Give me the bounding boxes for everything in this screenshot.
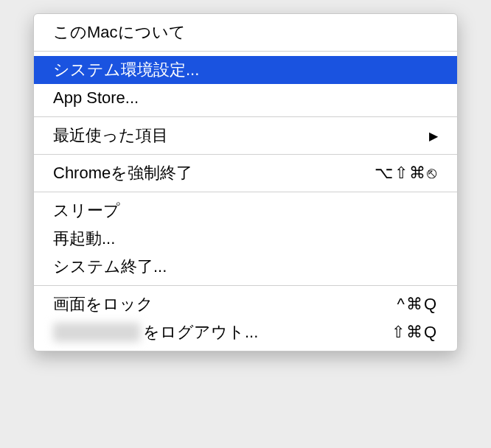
menu-separator [34,154,457,155]
menu-item-logout[interactable]: xxxxxxxxxx をログアウト... ⇧⌘Q [34,318,457,346]
menu-item-shutdown[interactable]: システム終了... [34,253,457,281]
submenu-arrow-icon: ▶ [429,129,438,143]
menu-item-label: 再起動... [53,228,115,250]
menu-item-label: システム環境設定... [53,59,199,81]
menu-item-label: システム終了... [53,256,167,278]
menu-item-restart[interactable]: 再起動... [34,225,457,253]
menu-item-sleep[interactable]: スリープ [34,197,457,225]
keyboard-shortcut: ⇧⌘Q [391,323,438,342]
menu-separator [34,192,457,192]
menu-item-label: スリープ [53,200,120,222]
menu-item-force-quit[interactable]: Chromeを強制終了 ⌥⇧⌘⎋ [34,159,457,187]
menu-item-about-this-mac[interactable]: このMacについて [34,18,457,46]
menu-item-label: App Store... [53,88,139,108]
menu-item-label: 画面をロック [53,293,153,315]
logout-suffix: をログアウト... [143,321,258,343]
menu-item-label: このMacについて [53,21,186,43]
menu-item-label: 最近使った項目 [53,125,168,147]
menu-item-app-store[interactable]: App Store... [34,84,457,112]
keyboard-shortcut: ^⌘Q [397,295,438,314]
menu-item-lock-screen[interactable]: 画面をロック ^⌘Q [34,290,457,318]
menu-item-system-preferences[interactable]: システム環境設定... [34,56,457,84]
redacted-username: xxxxxxxxxx [53,323,140,342]
menu-separator [34,285,457,286]
menu-separator [34,116,457,117]
menu-separator [34,51,457,52]
keyboard-shortcut: ⌥⇧⌘⎋ [375,164,438,183]
menu-item-label: xxxxxxxxxx をログアウト... [53,321,258,343]
apple-menu: このMacについて システム環境設定... App Store... 最近使った… [33,13,458,351]
menu-item-recent-items[interactable]: 最近使った項目 ▶ [34,122,457,150]
menu-item-label: Chromeを強制終了 [53,162,192,184]
